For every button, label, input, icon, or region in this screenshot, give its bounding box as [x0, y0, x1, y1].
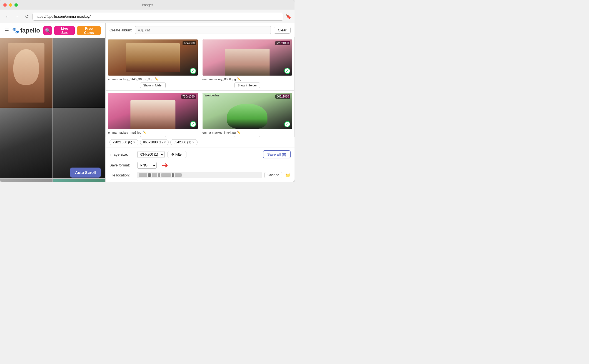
dimension-badge: 866x1080 [275, 94, 290, 99]
dimension-badge: 720x1080 [275, 41, 290, 45]
save-format-row: Save format: PNG JPEG WEBP ➜ [109, 161, 291, 170]
logo-icon: 🐾 [12, 27, 19, 34]
filter-tag: 720x1080 (6) × [109, 139, 138, 145]
filter-button[interactable]: ⚙ Filter [168, 151, 186, 158]
album-label: Create album: [109, 28, 132, 32]
remove-tag-button[interactable]: × [164, 140, 166, 144]
grid-item [53, 38, 106, 108]
clear-button[interactable]: Clear [274, 27, 291, 34]
selected-badge: ✓ [190, 121, 196, 127]
live-sex-button[interactable]: Live Sex [54, 26, 75, 35]
save-format-select[interactable]: PNG JPEG WEBP [137, 162, 157, 169]
image-size-row: Image size: 634x300 (1) ⚙ Filter Save al… [109, 150, 291, 158]
forward-button[interactable]: → [13, 13, 21, 20]
result-card: 634x300 ✓ emma-mackey_0145_300px_3.jp ✏️… [106, 37, 200, 90]
sidebar-toolbar: Create album: Clear [106, 23, 294, 37]
site-logo: 🐾 fapello [12, 27, 40, 34]
app-window: Imaget ← → ↺ 🔖 ☰ 🐾 fapello 🔍 Liv [0, 0, 294, 182]
filename-label: emma-mackey_img3.jpg ✏️ [108, 131, 198, 134]
grid-item [0, 179, 53, 182]
site-nav: 🔍 Live Sex Free Cams [43, 26, 101, 35]
file-location-row: File location: Change 📁 [109, 172, 291, 178]
grid-item [53, 179, 106, 182]
album-input[interactable] [135, 26, 271, 34]
site-header: ☰ 🐾 fapello 🔍 Live Sex Free Cams [0, 23, 105, 38]
titlebar: Imaget [0, 0, 294, 10]
hamburger-menu[interactable]: ☰ [4, 28, 9, 34]
file-path-display [137, 172, 262, 178]
filter-tags: 720x1080 (6) × 866x1080 (1) × 634x300 (1… [106, 137, 294, 148]
filename-label: emma-mackey_0145_300px_3.jp ✏️ [108, 77, 198, 81]
result-image: 634x300 ✓ [108, 39, 198, 76]
result-image: fapello 720x1080 ✓ [203, 39, 292, 76]
edit-icon[interactable]: ✏️ [154, 77, 158, 81]
edit-icon[interactable]: ✏️ [143, 131, 146, 134]
change-location-button[interactable]: Change [264, 172, 282, 178]
close-button[interactable] [3, 3, 7, 7]
imaget-sidebar: Create album: Clear 634x300 ✓ [106, 23, 294, 182]
main-content: ☰ 🐾 fapello 🔍 Live Sex Free Cams [0, 23, 294, 182]
image-size-select[interactable]: 634x300 (1) [137, 151, 165, 158]
selected-badge: ✓ [284, 68, 290, 74]
image-size-label: Image size: [109, 152, 134, 156]
edit-icon[interactable]: ✏️ [237, 77, 241, 81]
maximize-button[interactable] [14, 3, 18, 7]
filename-label: emma-mackey_0086.jpg ✏️ [203, 77, 292, 81]
filter-icon: ⚙ [171, 153, 174, 156]
result-card: fapello 720x1080 ✓ emma-mackey_0086.jpg … [200, 37, 294, 90]
result-card: fapello 720x1080 ✓ emma-mackey_img3.jpg … [106, 91, 200, 137]
address-bar[interactable] [33, 13, 283, 21]
results-grid: 634x300 ✓ emma-mackey_0145_300px_3.jp ✏️… [106, 37, 294, 137]
result-card: fapello Wonderlan 866x1080 ✓ emma-mackey… [200, 91, 294, 137]
search-icon: 🔍 [45, 28, 51, 33]
bookmark-icon[interactable]: 🔖 [286, 14, 291, 19]
file-location-label: File location: [109, 173, 134, 177]
free-cams-button[interactable]: Free Cams [77, 26, 101, 35]
selected-badge: ✓ [284, 121, 290, 127]
grid-item [0, 38, 53, 108]
arrow-indicator: ➜ [162, 161, 168, 170]
filename-label: emma-mackey_img4.jpg ✏️ [203, 131, 292, 134]
bottom-controls: Image size: 634x300 (1) ⚙ Filter Save al… [106, 148, 294, 180]
filter-tag: 634x300 (1) × [170, 139, 197, 145]
filter-tag: 866x1080 (1) × [140, 139, 169, 145]
window-title: Imaget [142, 3, 153, 7]
search-button[interactable]: 🔍 [43, 26, 52, 35]
browser-toolbar: ← → ↺ 🔖 [0, 10, 294, 23]
selected-badge: ✓ [190, 68, 196, 74]
dimension-badge: 634x300 [183, 41, 196, 45]
auto-scroll-button[interactable]: Auto Scroll [70, 168, 101, 178]
grid-item [0, 108, 53, 178]
logo-text: fapello [20, 27, 40, 34]
show-in-folder-button[interactable]: Show in folder [234, 83, 260, 88]
result-image: fapello 720x1080 ✓ [108, 93, 198, 129]
folder-icon[interactable]: 📁 [285, 173, 291, 178]
image-grid [0, 38, 105, 182]
refresh-button[interactable]: ↺ [23, 13, 30, 20]
show-in-folder-button[interactable]: Show in folder [140, 83, 166, 88]
back-button[interactable]: ← [3, 13, 11, 20]
minimize-button[interactable] [9, 3, 12, 7]
save-all-button[interactable]: Save all (8) [263, 150, 291, 158]
dimension-badge: 720x1080 [181, 94, 196, 99]
edit-icon[interactable]: ✏️ [237, 131, 241, 134]
result-image: fapello Wonderlan 866x1080 ✓ [203, 93, 292, 129]
save-format-label: Save format: [109, 163, 134, 167]
browser-viewport: ☰ 🐾 fapello 🔍 Live Sex Free Cams [0, 23, 106, 182]
remove-tag-button[interactable]: × [133, 140, 135, 144]
remove-tag-button[interactable]: × [193, 140, 194, 144]
